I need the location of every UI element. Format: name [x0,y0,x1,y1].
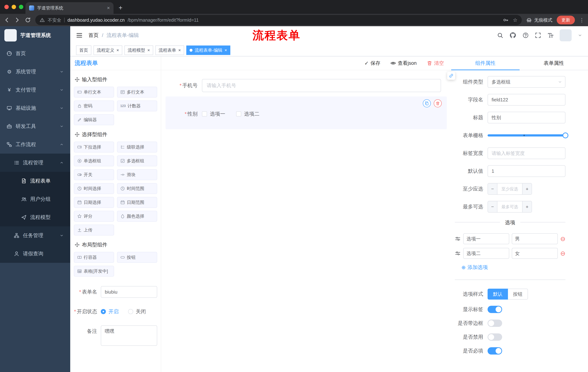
component-date-picker[interactable]: 日期选择 [74,197,114,208]
component-checkbox-group[interactable]: 多选框组 [117,155,157,166]
checkbox-option-2[interactable]: 选项二 [236,110,259,117]
default-value-input[interactable] [488,165,566,177]
bookmark-star-icon[interactable]: ☆ [513,17,517,23]
browser-menu-icon[interactable]: ⋮ [579,17,584,23]
option-2-value-input[interactable] [512,248,558,259]
chevron-down-icon[interactable] [578,33,582,37]
component-upload[interactable]: 上传 [74,224,114,235]
sidebar-item-process-management[interactable]: 流程管理 [0,154,70,172]
github-icon[interactable] [509,32,516,39]
min-select-input[interactable] [497,183,522,194]
component-color-picker[interactable]: 颜色选择 [117,211,157,222]
label-width-input[interactable] [488,148,566,159]
sidebar-item-home[interactable]: 首页 [0,44,70,63]
tab-close-icon[interactable]: × [107,5,110,11]
tag-process-form[interactable]: 流程表单 × [155,45,184,55]
slider-handle[interactable] [563,132,568,138]
remove-option-icon[interactable]: ⊖ [560,236,566,242]
grid-slider[interactable] [488,130,566,141]
sidebar-item-workflow[interactable]: 工作流程 [0,135,70,154]
tag-home[interactable]: 首页 [76,45,91,55]
increase-button[interactable]: + [522,183,532,194]
component-time-range[interactable]: 时间范围 [117,183,157,194]
form-remark-textarea[interactable]: 嘿嘿 [101,325,157,346]
component-rate[interactable]: 评分 [74,211,114,222]
component-date-range[interactable]: 日期范围 [117,197,157,208]
refresh-icon[interactable] [25,17,31,23]
tag-process-definition[interactable]: 流程定义 × [94,45,122,55]
increase-button[interactable]: + [522,201,532,212]
component-cascader[interactable]: 级联选择 [117,142,157,152]
zoom-window-button[interactable] [19,5,23,9]
sidebar-item-system[interactable]: ⚙ 系统管理 [0,63,70,81]
slider-track[interactable] [488,134,566,137]
sidebar-item-leave-query[interactable]: 请假查询 [0,244,70,263]
hamburger-icon[interactable] [76,32,83,39]
tag-process-model[interactable]: 流程模型 × [125,45,153,55]
required-toggle[interactable] [488,347,502,354]
radio-open[interactable]: 开启 [101,308,119,315]
avatar[interactable] [560,29,572,41]
tag-process-form-edit[interactable]: 流程表单-编辑 × [186,45,230,55]
close-icon[interactable]: × [224,48,227,53]
radio-closed[interactable]: 关闭 [128,308,146,315]
option-1-value-input[interactable] [512,233,558,244]
decrease-button[interactable]: − [488,201,497,212]
minimize-window-button[interactable] [12,5,16,9]
forward-icon[interactable] [14,17,20,23]
field-name-input[interactable] [488,94,566,106]
component-multi-line-text[interactable]: 多行文本 [117,87,157,97]
sidebar-item-devtools[interactable]: 研发工具 [0,117,70,135]
field-gender-selected[interactable]: *性别 选项一 选项二 [166,96,447,129]
save-button[interactable]: ✓ 保存 [364,60,380,66]
component-switch[interactable]: 开关 [74,169,114,180]
form-name-input[interactable] [101,286,157,298]
drag-handle-icon[interactable] [455,236,461,242]
browser-tab[interactable]: 芋道管理系统 × [25,2,114,14]
close-icon[interactable]: × [178,48,181,53]
remove-option-icon[interactable]: ⊖ [560,250,566,256]
clear-button[interactable]: 清空 [427,60,444,66]
breadcrumb-home[interactable]: 首页 [88,32,99,39]
close-icon[interactable]: × [116,48,119,53]
link-affix-button[interactable] [447,72,455,80]
component-counter[interactable]: 123计数器 [117,100,157,111]
field-phone[interactable]: *手机号 [166,79,447,92]
fullscreen-icon[interactable] [535,32,541,38]
search-icon[interactable] [497,32,503,38]
sidebar-logo[interactable]: 芋道管理系统 [0,26,70,44]
max-select-input[interactable] [497,201,522,212]
sidebar-item-task-management[interactable]: 任务管理 [0,226,70,244]
font-size-icon[interactable] [547,32,553,38]
component-button[interactable]: 按钮 [117,252,157,263]
component-time-picker[interactable]: 时间选择 [74,183,114,194]
component-slider[interactable]: 滑块 [117,169,157,180]
update-button[interactable]: 更新 [557,16,575,24]
checkbox-option-1[interactable]: 选项一 [202,110,225,117]
style-button-button[interactable]: 按钮 [508,289,528,299]
back-icon[interactable] [4,17,10,23]
option-2-name-input[interactable] [463,248,509,259]
drag-handle-icon[interactable] [455,250,461,256]
copy-field-button[interactable] [423,99,431,107]
tab-component-props[interactable]: 组件属性 [451,56,520,70]
close-window-button[interactable] [4,5,9,9]
sidebar-item-payment[interactable]: ¥ 支付管理 [0,81,70,99]
component-password[interactable]: 密码 [74,100,114,111]
sidebar-item-process-form[interactable]: 流程表单 [0,172,70,190]
warning-icon[interactable] [40,18,45,22]
sidebar-item-infrastructure[interactable]: 基础设施 [0,99,70,117]
component-radio-group[interactable]: 单选框组 [74,155,114,166]
component-type-select[interactable]: 多选框组 [488,76,566,88]
option-1-name-input[interactable] [463,233,509,244]
component-editor[interactable]: 编辑器 [74,114,114,125]
sidebar-item-process-model[interactable]: 流程模型 [0,208,70,226]
component-table[interactable]: 表格[开发中] [74,266,114,277]
component-single-line-text[interactable]: 单行文本 [74,87,114,97]
help-icon[interactable] [523,32,529,38]
view-json-button[interactable]: 查看json [390,60,417,66]
tab-form-props[interactable]: 表单属性 [520,56,588,70]
address-bar[interactable]: 不安全 dashboard.yudao.iocoder.cn/bpm/manag… [35,15,522,25]
show-label-toggle[interactable] [488,306,502,313]
key-icon[interactable] [503,17,508,23]
